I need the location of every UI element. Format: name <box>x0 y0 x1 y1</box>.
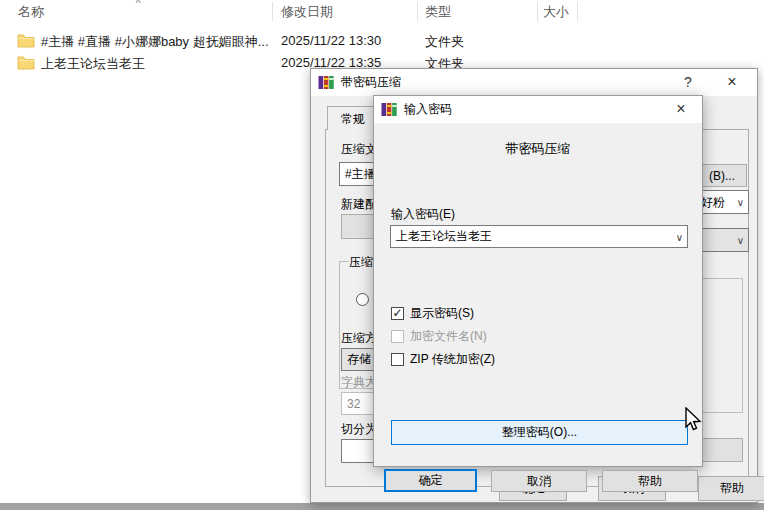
screen-bottom-edge <box>0 503 764 510</box>
enter-password-dialog: 输入密码 × 带密码压缩 输入密码(E) 上老王论坛当老王 ∨ ✓ 显示密码(S… <box>373 95 703 467</box>
show-password-checkbox[interactable]: ✓ 显示密码(S) <box>391 305 474 321</box>
chevron-down-icon: ∨ <box>737 235 744 246</box>
archive-format-group-label: 压缩 <box>349 254 375 271</box>
outer-dialog-titlebar[interactable]: 带密码压缩 ? × <box>311 69 757 96</box>
inner-dialog-body: 带密码压缩 输入密码(E) 上老王论坛当老王 ∨ ✓ 显示密码(S) 加密文件名… <box>374 123 702 466</box>
mouse-cursor-icon <box>681 407 703 433</box>
encrypt-filenames-checkbox: 加密文件名(N) <box>391 328 487 344</box>
chevron-down-icon: ∨ <box>737 197 744 208</box>
inner-dialog-titlebar[interactable]: 输入密码 × <box>374 96 702 123</box>
file-name[interactable]: #主播 #直播 #小娜娜baby 超抚媚眼神... <box>41 33 269 51</box>
close-icon[interactable]: × <box>664 96 698 122</box>
column-divider[interactable] <box>272 2 273 21</box>
inner-dialog-title: 输入密码 <box>404 101 452 118</box>
column-header-date[interactable]: 修改日期 <box>281 3 333 21</box>
winrar-icon <box>381 102 398 117</box>
help-button[interactable]: 帮助 <box>698 476 764 501</box>
checkbox-checked-icon[interactable]: ✓ <box>391 307 404 320</box>
dialog-heading: 带密码压缩 <box>374 140 702 158</box>
profile-button[interactable] <box>341 214 375 239</box>
column-divider[interactable] <box>537 2 538 21</box>
help-titlebar-button[interactable]: ? <box>671 69 705 95</box>
file-name[interactable]: 上老王论坛当老王 <box>41 55 145 73</box>
password-label: 输入密码(E) <box>391 206 455 223</box>
column-divider[interactable] <box>417 2 418 21</box>
dictionary-size-combo: 32 <box>341 392 375 415</box>
file-date: 2025/11/22 13:30 <box>281 33 381 48</box>
organize-passwords-button[interactable]: 整理密码(O)... <box>391 420 688 445</box>
file-row[interactable]: #主播 #直播 #小娜娜baby 超抚媚眼神... 2025/11/22 13:… <box>0 31 764 52</box>
update-mode-combo[interactable]: 好粉 ∨ <box>697 190 749 214</box>
checkbox-icon <box>391 330 404 343</box>
column-header-size[interactable]: 大小 <box>543 3 569 21</box>
compression-method-combo[interactable]: 存储 <box>341 348 375 371</box>
column-divider[interactable] <box>577 2 578 21</box>
help-button[interactable]: 帮助 <box>602 470 698 492</box>
split-volume-label: 切分为 <box>341 421 375 438</box>
column-header-name[interactable]: 名称 <box>18 3 44 21</box>
dictionary-size-label: 字典大 <box>341 374 375 391</box>
browse-button[interactable]: (B)... <box>697 164 747 187</box>
chevron-down-icon: ∨ <box>676 231 683 242</box>
compression-method-label: 压缩方 <box>341 330 375 347</box>
close-icon[interactable]: × <box>715 69 749 95</box>
folder-icon <box>17 33 35 48</box>
outer-dialog-title: 带密码压缩 <box>341 74 401 91</box>
split-volume-combo[interactable] <box>341 439 375 463</box>
winrar-icon <box>318 75 335 90</box>
column-header-type[interactable]: 类型 <box>425 3 451 21</box>
password-input[interactable]: 上老王论坛当老王 ∨ <box>390 225 688 248</box>
tab-general[interactable]: 常规 <box>327 106 379 130</box>
folder-icon <box>17 55 35 70</box>
archive-name-label: 压缩文 <box>341 141 375 158</box>
ok-button[interactable]: 确定 <box>384 469 477 492</box>
new-profile-label: 新建配 <box>341 196 375 213</box>
zip-legacy-encryption-checkbox[interactable]: ZIP 传统加密(Z) <box>391 351 495 367</box>
format-radio[interactable] <box>356 293 369 306</box>
cancel-button[interactable]: 取消 <box>491 470 587 492</box>
file-type: 文件夹 <box>425 33 464 51</box>
checkbox-icon[interactable] <box>391 353 404 366</box>
sort-ascending-caret: ^ <box>128 0 148 9</box>
